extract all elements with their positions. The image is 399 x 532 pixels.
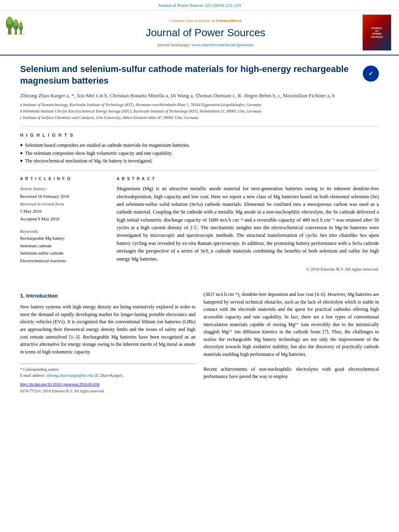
- highlights-section: H I G H L I G H T S Selenium based compo…: [20, 132, 379, 164]
- highlights-label: H I G H L I G H T S: [20, 132, 379, 138]
- cover-title-text: JOURNALOFPOWERSOURCES: [371, 27, 383, 39]
- body-right-column: (3837 mA h cm⁻³), dendrite-free depositi…: [204, 291, 379, 394]
- svg-point-2: [7, 16, 12, 25]
- svg-point-5: [14, 19, 18, 26]
- article-info-label: A R T I C L E I N F O: [20, 176, 109, 182]
- accepted-date: Accepted 9 May 2016: [20, 215, 109, 223]
- corresponding-author: * Corresponding author.: [20, 366, 195, 372]
- right-paragraph-2: Recent achievements of non-nucleophilic …: [204, 366, 379, 380]
- body-left-column: 1. Introduction New battery systems with…: [20, 291, 195, 394]
- keywords-label: Keywords:: [20, 228, 109, 234]
- article-title-section: Selenium and selenium-sulfur cathode mat…: [20, 64, 379, 86]
- keyword-1: Rechargeable Mg battery: [20, 234, 109, 242]
- body-content: 1. Introduction New battery systems with…: [0, 287, 399, 402]
- history-label: Article history:: [20, 185, 109, 193]
- journal-citation-bar: Journal of Power Sources 323 (2016) 213–…: [0, 0, 399, 10]
- keyword-2: Selenium cathode: [20, 242, 109, 250]
- main-content-area: Selenium and selenium-sulfur cathode mat…: [0, 55, 399, 287]
- authors-line: Zhirong Zhao-Karger a, *, Xiu-Mei Lin b,…: [20, 92, 379, 100]
- keyword-4: Electrochemical reactions: [20, 257, 109, 265]
- homepage-url[interactable]: www.elsevier.com/locate/jpowsour: [191, 42, 253, 47]
- revised-date: 5 May 2016: [20, 207, 109, 215]
- info-abstract-columns: A R T I C L E I N F O Article history: R…: [20, 176, 379, 272]
- email-link[interactable]: zhirong.zhao-karger@kit.edu: [46, 373, 93, 378]
- article-info-column: A R T I C L E I N F O Article history: R…: [20, 176, 109, 272]
- svg-point-8: [19, 22, 23, 27]
- affiliations: a Institute of Nanotechnology, Karlsruhe…: [20, 102, 379, 121]
- journal-citation-text: Journal of Power Sources 323 (2016) 213–…: [158, 3, 241, 8]
- article-history: Article history: Received 16 February 20…: [20, 185, 109, 222]
- received-revised-label: Received in revised form: [20, 200, 109, 208]
- highlight-item-1: Selenium based composites are studied as…: [20, 142, 379, 149]
- highlight-item-3: The electrochemical mechanism of Mg–Se b…: [20, 158, 379, 164]
- email-label: E-mail address:: [20, 373, 45, 378]
- intro-paragraph-1: New battery systems with high energy den…: [20, 303, 195, 355]
- journal-header-center: Contents lists available at ScienceDirec…: [54, 14, 357, 51]
- copyright-line: © 2016 Elsevier B.V. All rights reserved…: [117, 266, 379, 272]
- elsevier-tree-icon: ELSEVIER: [6, 14, 38, 35]
- page-wrapper: Journal of Power Sources 323 (2016) 213–…: [0, 0, 399, 402]
- sciencedirect-link: Contents lists available at ScienceDirec…: [54, 18, 357, 24]
- divider-1: [20, 126, 379, 127]
- abstract-label: A B S T R A C T: [117, 176, 379, 182]
- keywords-section: Keywords: Rechargeable Mg battery Seleni…: [20, 228, 109, 265]
- svg-text:ELSEVIER: ELSEVIER: [7, 33, 25, 35]
- homepage-link: journal homepage: www.elsevier.com/locat…: [54, 42, 357, 48]
- elsevier-logo-area: ELSEVIER: [6, 14, 50, 51]
- right-paragraph-1: (3837 mA h cm⁻³), dendrite-free depositi…: [204, 291, 379, 358]
- abstract-column: A B S T R A C T Magnesium (Mg) is an att…: [117, 176, 379, 272]
- keyword-3: Selenium-sulfur cathode: [20, 249, 109, 257]
- received-date: Received 16 February 2016: [20, 193, 109, 200]
- abstract-text: Magnesium (Mg) is an attractive metallic…: [117, 185, 379, 263]
- journal-title-header: Journal of Power Sources: [54, 25, 357, 40]
- affiliation-a: a Institute of Nanotechnology, Karlsruhe…: [20, 102, 379, 108]
- journal-cover-image: JOURNALOFPOWERSOURCES: [362, 14, 391, 51]
- journal-cover-area: JOURNALOFPOWERSOURCES: [361, 14, 393, 51]
- sciencedirect-name: ScienceDirect: [216, 18, 242, 23]
- intro-heading: 1. Introduction: [20, 292, 195, 300]
- email-name: (Z. Zhao-Karger).: [95, 373, 123, 378]
- issn-line: 0378-7753/© 2016 Elsevier B.V. All right…: [20, 388, 195, 394]
- email-footnote: E-mail address: zhirong.zhao-karger@kit.…: [20, 372, 195, 378]
- article-title: Selenium and selenium-sulfur cathode mat…: [20, 64, 357, 86]
- crossmark-icon[interactable]: ✓: [363, 66, 379, 82]
- doi-line: http://dx.doi.org/10.1016/j.jpowsour.201…: [20, 382, 195, 387]
- divider-2: [20, 170, 379, 170]
- affiliation-b: b Helmholtz Institute Ulm for Electroche…: [20, 109, 379, 114]
- highlight-item-2: The selenium composites show high volume…: [20, 150, 379, 157]
- footnote-area: * Corresponding author. E-mail address: …: [20, 364, 195, 394]
- crossmark-badge[interactable]: ✓: [363, 66, 379, 82]
- doi-link[interactable]: http://dx.doi.org/10.1016/j.jpowsour.201…: [20, 382, 99, 386]
- journal-header: ELSEVIER Contents lists available at Sci…: [0, 10, 399, 55]
- affiliation-c: c Institute of Surface Chemistry and Cat…: [20, 115, 379, 121]
